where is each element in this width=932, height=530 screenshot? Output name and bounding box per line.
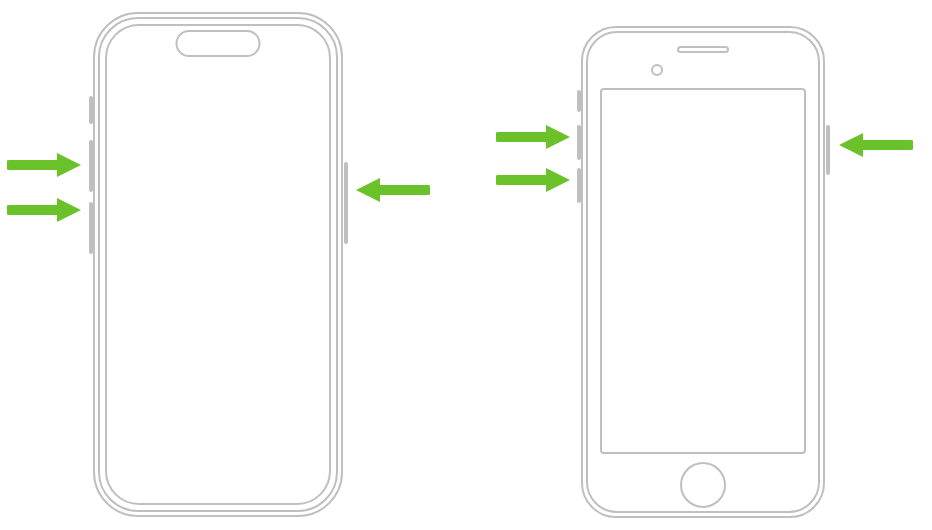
iphone-faceid-mute-switch (89, 96, 93, 124)
iphone-faceid-outline (93, 12, 343, 517)
iphone-faceid-side-button (344, 162, 348, 244)
iphone-homebutton-side-button (826, 125, 830, 175)
iphone-faceid-volume-up-button (89, 140, 93, 192)
iphone-homebutton-outline (581, 26, 825, 518)
iphone-home-button (680, 462, 726, 508)
iphone-homebutton-mute-switch (577, 90, 581, 112)
iphone-homebutton-speaker (677, 46, 729, 53)
arrow-left-icon (350, 175, 430, 205)
arrow-right-icon (7, 150, 87, 180)
iphone-faceid-volume-down-button (89, 202, 93, 254)
iphone-homebutton-volume-up-button (577, 125, 581, 160)
iphone-homebutton-screen (600, 88, 806, 454)
arrow-right-icon (7, 195, 87, 225)
iphone-homebutton-volume-down-button (577, 168, 581, 203)
iphone-homebutton-camera (651, 64, 663, 76)
iphone-dynamic-island (176, 30, 261, 57)
iphone-faceid-screen (105, 24, 331, 505)
arrow-right-icon (496, 122, 576, 152)
arrow-left-icon (833, 130, 913, 160)
arrow-right-icon (496, 165, 576, 195)
